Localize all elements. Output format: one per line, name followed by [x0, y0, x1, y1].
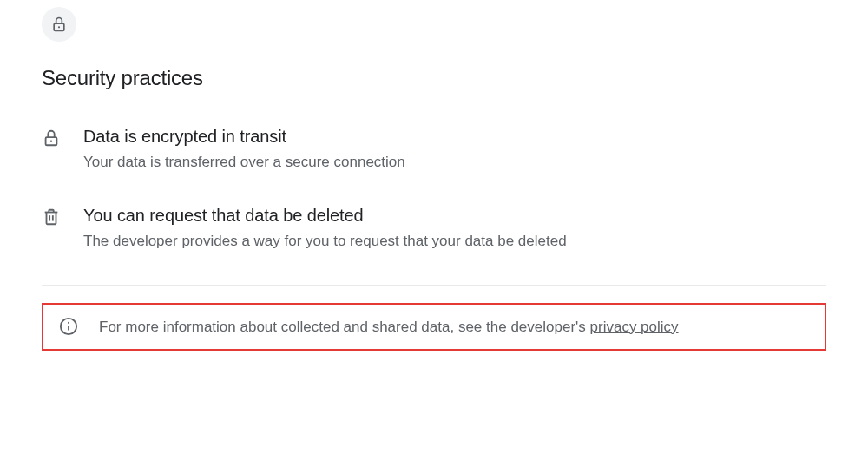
info-box: For more information about collected and… — [42, 303, 826, 352]
svg-point-6 — [68, 322, 69, 324]
svg-point-1 — [58, 26, 60, 28]
lock-icon — [50, 16, 68, 33]
practice-content: You can request that data be deleted The… — [83, 206, 826, 252]
privacy-policy-link[interactable]: privacy policy — [590, 319, 679, 335]
svg-point-3 — [50, 140, 52, 141]
practice-content: Data is encrypted in transit Your data i… — [83, 127, 826, 173]
trash-icon — [42, 207, 62, 228]
practice-description: Your data is transferred over a secure c… — [83, 152, 826, 173]
info-text-prefix: For more information about collected and… — [99, 319, 590, 335]
info-icon — [59, 317, 78, 336]
practice-item-deletion: You can request that data be deleted The… — [42, 206, 826, 252]
info-text: For more information about collected and… — [99, 317, 679, 338]
lock-icon — [42, 128, 62, 149]
header-icon-circle — [42, 7, 76, 42]
divider — [42, 285, 826, 286]
practice-title: You can request that data be deleted — [83, 206, 826, 226]
practice-item-encryption: Data is encrypted in transit Your data i… — [42, 127, 826, 173]
section-title: Security practices — [42, 66, 826, 90]
security-practices-section: Security practices Data is encrypted in … — [0, 0, 868, 351]
practice-title: Data is encrypted in transit — [83, 127, 826, 147]
practice-description: The developer provides a way for you to … — [83, 231, 826, 252]
